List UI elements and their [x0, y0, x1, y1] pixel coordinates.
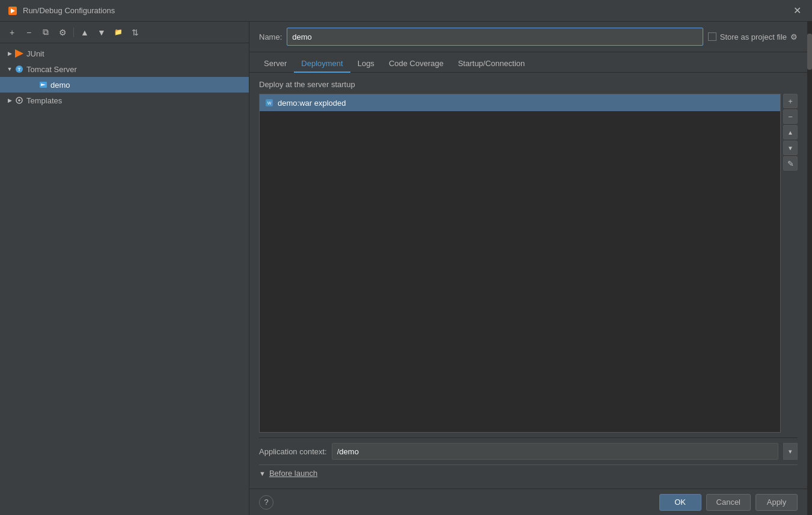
- right-scrollbar[interactable]: [807, 22, 812, 515]
- settings-button[interactable]: ⚙: [55, 25, 70, 40]
- app-context-label: Application context:: [259, 447, 327, 456]
- tab-deployment[interactable]: Deployment: [294, 55, 350, 73]
- move-up-button[interactable]: ▲: [78, 25, 92, 40]
- edit-deployment-button[interactable]: ✎: [783, 156, 798, 171]
- ok-button[interactable]: OK: [659, 494, 701, 511]
- deployment-item-demo-war[interactable]: W demo:war exploded: [260, 94, 780, 111]
- close-button[interactable]: ✕: [790, 4, 805, 17]
- store-project-label: Store as project file: [720, 32, 787, 41]
- tree-item-demo[interactable]: ▶ demo: [0, 77, 249, 93]
- tabs-row: Server Deployment Logs Code Coverage Sta…: [249, 52, 807, 73]
- demo-label: demo: [50, 81, 70, 90]
- app-icon: [7, 5, 18, 16]
- junit-expand-arrow: ▶: [5, 49, 14, 58]
- tomcat-label: Tomcat Server: [26, 65, 77, 74]
- dialog-title: Run/Debug Configurations: [23, 6, 790, 15]
- deploy-item-icon: W: [264, 98, 274, 108]
- store-project-section: Store as project file ⚙: [708, 32, 798, 41]
- name-label: Name:: [259, 32, 282, 41]
- tree-item-junit[interactable]: ▶ JUnit: [0, 46, 249, 61]
- move-up-deployment-button[interactable]: ▲: [783, 125, 798, 139]
- content-area: Deploy at the server startup W demo:war …: [249, 73, 807, 489]
- add-config-button[interactable]: +: [5, 25, 19, 40]
- list-side-buttons: + − ▲ ▼ ✎: [781, 94, 798, 433]
- store-project-checkbox[interactable]: [708, 32, 716, 41]
- app-context-input[interactable]: [332, 443, 778, 460]
- svg-marker-2: [15, 49, 23, 58]
- templates-expand-arrow: ▶: [5, 96, 14, 105]
- right-panel: Name: Store as project file ⚙ Server Dep…: [249, 22, 807, 515]
- tomcat-expand-arrow: ▼: [5, 64, 14, 74]
- remove-config-button[interactable]: −: [22, 25, 36, 40]
- toolbar-divider-1: [73, 28, 74, 37]
- name-input[interactable]: [287, 28, 703, 46]
- tomcat-icon: T: [14, 64, 24, 74]
- copy-config-button[interactable]: ⧉: [38, 25, 53, 40]
- tree-toolbar: + − ⧉ ⚙ ▲ ▼ 📁 ⇅: [0, 22, 249, 43]
- junit-label: JUnit: [26, 49, 44, 58]
- sort-button[interactable]: ⇅: [128, 25, 142, 40]
- app-context-row: Application context: ▾: [259, 437, 798, 465]
- cancel-button[interactable]: Cancel: [706, 494, 751, 511]
- move-down-button[interactable]: ▼: [94, 25, 109, 40]
- deployment-item-label: demo:war exploded: [278, 99, 346, 108]
- demo-icon: [38, 80, 48, 90]
- add-deployment-button[interactable]: +: [783, 94, 798, 108]
- tab-startup[interactable]: Startup/Connection: [451, 55, 532, 73]
- title-bar: Run/Debug Configurations ✕: [0, 0, 812, 22]
- before-launch-label: Before launch: [269, 469, 317, 478]
- before-launch-arrow[interactable]: ▼: [259, 470, 266, 477]
- deployment-list-container: W demo:war exploded: [259, 94, 781, 433]
- tab-logs[interactable]: Logs: [350, 55, 382, 73]
- store-project-gear[interactable]: ⚙: [790, 32, 798, 41]
- tree-item-tomcat[interactable]: ▼ T Tomcat Server: [0, 61, 249, 77]
- templates-label: Templates: [26, 96, 62, 105]
- move-down-deployment-button[interactable]: ▼: [783, 141, 798, 155]
- folder-button[interactable]: 📁: [111, 25, 126, 40]
- svg-text:W: W: [267, 101, 272, 105]
- bottom-bar: ? OK Cancel Apply: [249, 489, 807, 515]
- left-panel: + − ⧉ ⚙ ▲ ▼ 📁 ⇅ ▶ JUnit: [0, 22, 249, 515]
- app-context-dropdown[interactable]: ▾: [783, 443, 798, 460]
- before-launch-row: ▼ Before launch: [259, 465, 798, 481]
- deployment-section-title: Deploy at the server startup: [259, 80, 798, 89]
- apply-button[interactable]: Apply: [756, 494, 798, 511]
- tab-server[interactable]: Server: [257, 55, 294, 73]
- junit-icon: [14, 49, 24, 58]
- name-row: Name: Store as project file ⚙: [249, 22, 807, 52]
- help-button[interactable]: ?: [259, 495, 273, 510]
- scrollbar-thumb: [807, 34, 812, 70]
- templates-icon: [14, 96, 24, 105]
- tab-coverage[interactable]: Code Coverage: [382, 55, 451, 73]
- tree-item-templates[interactable]: ▶ Templates: [0, 93, 249, 108]
- svg-text:T: T: [18, 67, 21, 72]
- config-tree: ▶ JUnit ▼ T Tomcat Server: [0, 43, 249, 515]
- remove-deployment-button[interactable]: −: [783, 109, 798, 124]
